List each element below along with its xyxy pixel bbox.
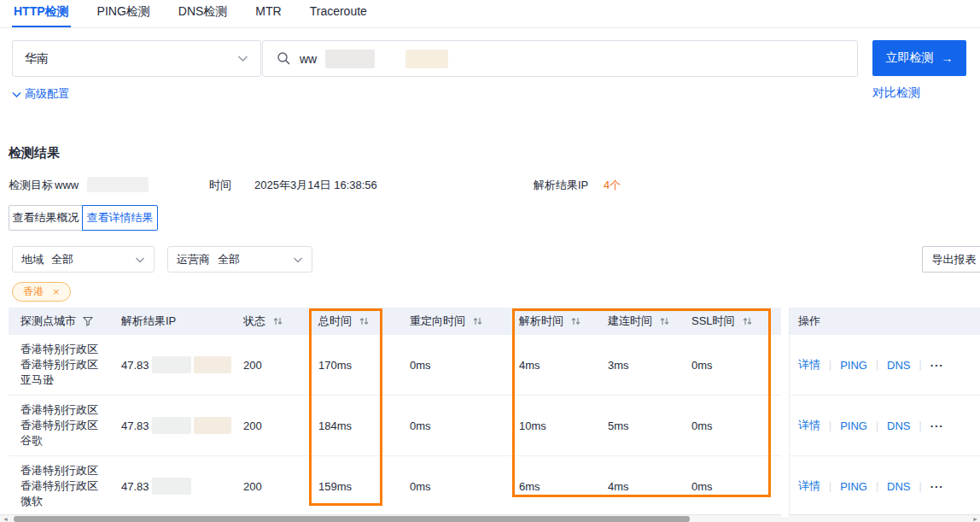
url-search-input[interactable]: ww: [262, 40, 858, 77]
resolve-time-value: 4ms: [519, 359, 540, 372]
tab-http-check[interactable]: HTTP检测: [12, 0, 71, 27]
view-detail-button[interactable]: 查看详情结果: [82, 205, 158, 231]
time-value: 2025年3月14日 16:38:56: [254, 177, 377, 194]
header-actions: 操作: [781, 308, 980, 335]
ssl-time-cell: 0ms: [691, 396, 781, 455]
more-icon[interactable]: ···: [930, 359, 944, 372]
more-icon[interactable]: ···: [930, 480, 944, 493]
search-icon: [277, 51, 291, 66]
header-actions-label: 操作: [798, 314, 820, 329]
connect-time-cell: 5ms: [608, 396, 691, 455]
resolved-ip-label: 解析结果IP: [534, 177, 588, 194]
table-row: 香港特别行政区 香港特别行政区 亚马逊 47.83 200 170ms 0ms …: [9, 335, 980, 396]
horizontal-scrollbar[interactable]: ◄ ►: [0, 514, 980, 522]
export-report-button[interactable]: 导出报表: [922, 246, 980, 273]
detect-now-label: 立即检测: [886, 50, 934, 66]
dns-link[interactable]: DNS: [887, 480, 910, 493]
tab-mtr[interactable]: MTR: [254, 0, 283, 27]
resolve-time-cell: 6ms: [519, 456, 608, 516]
tab-dns-check[interactable]: DNS检测: [177, 0, 230, 27]
result-view-toggle: 查看结果概况 查看详情结果: [9, 205, 158, 231]
detect-now-button[interactable]: 立即检测 →: [872, 40, 966, 76]
table-row: 香港特别行政区 香港特别行政区 谷歌 47.83 200 184ms 0ms 1…: [9, 396, 980, 456]
header-total-time: 总时间: [318, 308, 410, 335]
header-ssl-time-label: SSL时间: [691, 314, 735, 329]
redacted-text: [152, 417, 191, 434]
separator: |: [829, 480, 831, 492]
sort-icon[interactable]: [742, 316, 753, 326]
city-line: 微软: [20, 494, 98, 509]
fixed-column-divider: [789, 308, 790, 517]
region-select[interactable]: 华南: [12, 40, 261, 77]
sort-icon[interactable]: [359, 316, 370, 326]
sort-icon[interactable]: [472, 316, 483, 326]
redirect-time-cell: 0ms: [410, 396, 519, 455]
redacted-text: [152, 478, 191, 495]
dns-link[interactable]: DNS: [887, 359, 910, 372]
ssl-time-value: 0ms: [691, 359, 713, 372]
tab-ping-check[interactable]: PING检测: [96, 0, 152, 27]
chevron-down-icon: [293, 255, 303, 264]
target-value: www: [55, 177, 79, 194]
total-time-cell: 170ms: [318, 335, 410, 395]
total-time-value: 170ms: [318, 359, 352, 372]
header-probe-city: 探测点城市: [9, 308, 121, 335]
separator: |: [876, 419, 878, 431]
redacted-text: [325, 50, 375, 68]
detail-link[interactable]: 详情: [798, 357, 820, 372]
view-overview-button[interactable]: 查看结果概况: [9, 205, 83, 231]
redacted-text: [194, 356, 231, 373]
area-filter-select[interactable]: 地域 全部: [12, 246, 155, 273]
header-connect-time: 建连时间: [608, 308, 691, 335]
chevron-down-icon: [237, 54, 248, 63]
redacted-text: [152, 356, 191, 373]
city-line: 香港特别行政区: [20, 357, 98, 372]
close-icon[interactable]: ×: [53, 286, 60, 297]
compare-check-link[interactable]: 对比检测: [872, 85, 920, 101]
sort-icon[interactable]: [570, 316, 581, 326]
more-icon[interactable]: ···: [930, 419, 944, 432]
header-resolve-time: 解析时间: [519, 308, 608, 335]
tab-traceroute[interactable]: Traceroute: [308, 0, 369, 27]
total-time-value: 184ms: [318, 419, 352, 432]
status-cell: 200: [243, 335, 318, 395]
header-redirect-time: 重定向时间: [410, 308, 519, 335]
ping-link[interactable]: PING: [840, 480, 867, 493]
resolve-time-cell: 4ms: [519, 335, 608, 395]
sort-icon[interactable]: [272, 316, 283, 326]
sort-icon[interactable]: [659, 316, 670, 326]
table-header-row: 探测点城市 解析结果IP 状态 总时间 重定向时间 解析: [9, 308, 980, 335]
total-time-cell: 159ms: [318, 456, 410, 516]
ping-link[interactable]: PING: [840, 359, 867, 372]
detail-link[interactable]: 详情: [798, 478, 820, 494]
resolve-time-value: 10ms: [519, 419, 546, 432]
detail-link[interactable]: 详情: [798, 418, 820, 433]
separator: |: [919, 359, 922, 371]
scrollbar-thumb[interactable]: [14, 516, 690, 522]
actions-cell: 详情 | PING | DNS | ···: [781, 396, 980, 455]
ip-prefix: 47.83: [121, 480, 149, 493]
resolve-time-cell: 10ms: [519, 396, 608, 455]
connect-time-value: 4ms: [608, 480, 629, 493]
ping-link[interactable]: PING: [840, 419, 867, 432]
total-time-value: 159ms: [318, 480, 352, 493]
resolved-ip-count[interactable]: 4个: [604, 177, 621, 194]
header-status-label: 状态: [243, 314, 265, 329]
header-redirect-time-label: 重定向时间: [410, 314, 465, 329]
carrier-filter-label: 运营商: [177, 252, 210, 267]
scroll-left-icon[interactable]: ◄: [3, 515, 9, 522]
advanced-config-toggle[interactable]: 高级配置: [12, 86, 69, 102]
connect-time-cell: 4ms: [608, 456, 691, 516]
scroll-right-icon[interactable]: ►: [972, 515, 978, 522]
dns-link[interactable]: DNS: [887, 419, 910, 432]
target-label: 检测目标: [9, 177, 53, 194]
filter-icon[interactable]: [83, 316, 93, 326]
carrier-filter-select[interactable]: 运营商 全部: [167, 246, 312, 273]
header-resolved-ip: 解析结果IP: [121, 308, 243, 335]
resolve-time-value: 6ms: [519, 480, 540, 493]
redirect-time-value: 0ms: [410, 480, 431, 493]
ssl-time-cell: 0ms: [691, 335, 781, 395]
header-probe-city-label: 探测点城市: [20, 314, 76, 329]
redacted-text: [405, 50, 448, 68]
header-total-time-label: 总时间: [318, 314, 352, 329]
